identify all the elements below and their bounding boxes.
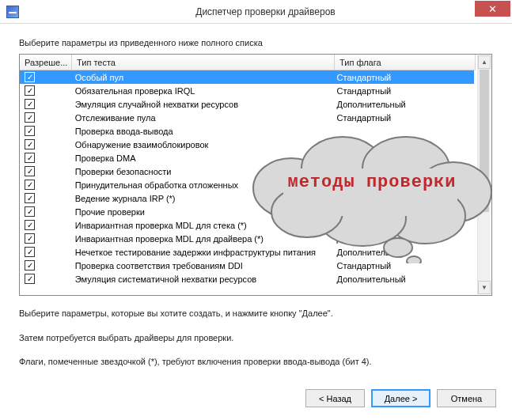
allow-checkbox[interactable]: ✓ [25,274,35,284]
test-label: Проверка ввода-вывода [72,127,334,136]
col-allow[interactable]: Разреше... [20,55,72,70]
test-label: Инвариантная проверка MDL для стека (*) [72,221,334,230]
vertical-scrollbar[interactable]: ▲ ▼ [477,55,491,294]
rows-container: ✓Особый пулСтандартный✓Обязательная пров… [20,70,474,295]
table-row[interactable]: ✓Принудительная обработка отложенных [20,178,474,191]
test-label: Принудительная обработка отложенных [72,180,334,190]
test-label: Прочие проверки [72,207,334,217]
close-button[interactable]: ✕ [475,1,510,17]
table-row[interactable]: ✓Отслеживание пулаСтандартный [20,111,474,124]
table-row[interactable]: ✓Инвариантная проверка MDL для стека (*) [20,218,474,232]
allow-checkbox[interactable]: ✓ [25,247,35,257]
cancel-button[interactable]: Отмена [437,389,496,407]
test-label: Инвариантная проверка MDL для драйвера (… [72,234,334,244]
test-label: Ведение журнала IRP (*) [72,194,334,203]
col-flag[interactable]: Тип флага [335,55,476,70]
column-headers: Разреше... Тип теста Тип флага [20,55,491,70]
notes: Выберите параметры, которые вы хотите со… [19,307,493,369]
test-label: Проверка соответствия требованиям DDI [72,261,334,271]
allow-checkbox[interactable]: ✓ [25,112,35,123]
allow-checkbox[interactable]: ✓ [25,85,35,96]
next-button[interactable]: Далее > [371,389,430,407]
test-label: Отслеживание пула [72,113,334,123]
scroll-up-button[interactable]: ▲ [478,55,491,69]
allow-checkbox[interactable]: ✓ [25,206,35,217]
note-line-2: Затем потребуется выбрать драйверы для п… [19,331,493,345]
test-list: Разреше... Тип теста Тип флага ✓Особый п… [19,54,492,296]
flag-label: Дополнительный [334,248,474,257]
test-label: Нечеткое тестирование задержки инфрастру… [72,248,334,257]
scroll-down-button[interactable]: ▼ [478,281,491,294]
titlebar: Диспетчер проверки драйверов ✕ [0,0,512,24]
table-row[interactable]: ✓Прочие проверки [20,205,474,218]
col-test[interactable]: Тип теста [72,55,335,70]
allow-checkbox[interactable]: ✓ [25,220,35,230]
allow-checkbox[interactable]: ✓ [25,139,35,149]
table-row[interactable]: ✓Проверки безопасности [20,165,474,178]
allow-checkbox[interactable]: ✓ [25,166,35,176]
test-label: Особый пул [72,73,334,82]
table-row[interactable]: ✓Нечеткое тестирование задержки инфрастр… [20,245,474,259]
note-line-3: Флаги, помеченные звездочкой (*), требую… [19,355,493,369]
allow-checkbox[interactable]: ✓ [25,72,35,82]
allow-checkbox[interactable]: ✓ [25,126,35,136]
table-row[interactable]: ✓Ведение журнала IRP (*) [20,191,474,205]
app-icon [6,6,19,18]
button-bar: < Назад Далее > Отмена [305,389,496,407]
allow-checkbox[interactable]: ✓ [25,233,35,244]
close-icon: ✕ [488,3,497,15]
table-row[interactable]: ✓Эмуляция систематичной нехватки ресурсо… [20,272,474,286]
scroll-thumb[interactable] [480,70,489,212]
flag-label: Стандартный [334,261,474,271]
flag-label: Дополнительный [334,274,474,284]
test-label: Обнаружение взаимоблокировок [72,140,334,149]
allow-checkbox[interactable]: ✓ [25,260,35,271]
table-row[interactable]: ✓Проверка DMA [20,151,474,165]
flag-label: Стандартный [334,86,474,96]
table-row[interactable]: ✓Обязательная проверка IRQLСтандартный [20,84,474,97]
table-row[interactable]: ✓Обнаружение взаимоблокировок [20,138,474,151]
table-row[interactable]: ✓Эмуляция случайной нехватки ресурсовДоп… [20,97,474,111]
flag-label: Дополнительный [334,100,474,109]
flag-label: Дополнительный [334,234,474,244]
allow-checkbox[interactable]: ✓ [25,193,35,203]
test-label: Эмуляция случайной нехватки ресурсов [72,100,334,109]
back-button[interactable]: < Назад [305,389,365,407]
table-row[interactable]: ✓Проверка ввода-вывода [20,124,474,138]
flag-label: Стандартный [334,73,474,82]
note-line-1: Выберите параметры, которые вы хотите со… [19,307,493,320]
test-label: Эмуляция систематичной нехватки ресурсов [72,274,334,284]
table-row[interactable]: ✓Проверка соответствия требованиям DDIСт… [20,259,474,272]
test-label: Проверка DMA [72,153,334,163]
flag-label: Стандартный [334,113,474,123]
window-title: Диспетчер проверки драйверов [19,6,512,17]
table-row[interactable]: ✓Особый пулСтандартный [20,70,474,84]
allow-checkbox[interactable]: ✓ [25,180,35,190]
intro-text: Выберите параметры из приведенного ниже … [19,38,493,47]
table-row[interactable]: ✓Инвариантная проверка MDL для драйвера … [20,232,474,245]
allow-checkbox[interactable]: ✓ [25,153,35,163]
allow-checkbox[interactable]: ✓ [25,99,35,109]
test-label: Проверки безопасности [72,167,334,176]
test-label: Обязательная проверка IRQL [72,86,334,96]
